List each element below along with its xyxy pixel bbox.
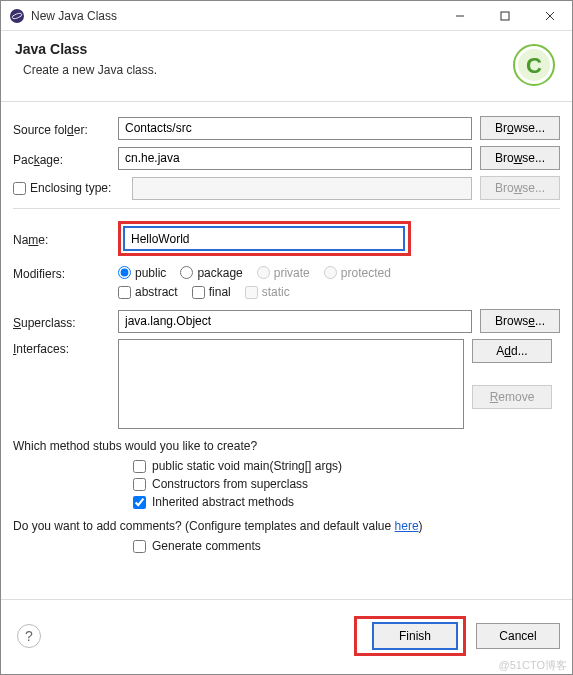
dialog-footer: ? Finish Cancel <box>1 599 572 674</box>
configure-here-link[interactable]: here <box>395 519 419 533</box>
name-label: Name: <box>13 230 118 247</box>
close-button[interactable] <box>527 1 572 30</box>
stub-main-checkbox[interactable]: public static void main(String[] args) <box>133 459 560 473</box>
name-input[interactable] <box>124 227 404 250</box>
interfaces-list[interactable] <box>118 339 464 429</box>
modifier-package-radio[interactable]: package <box>180 266 242 280</box>
interfaces-label: Interfaces: <box>13 339 118 356</box>
stub-inherited-checkbox[interactable]: Inherited abstract methods <box>133 495 560 509</box>
generate-comments-checkbox[interactable]: Generate comments <box>133 539 560 553</box>
interfaces-remove-button: Remove <box>472 385 552 409</box>
watermark: @51CTO博客 <box>499 658 567 673</box>
dialog-header: Java Class Create a new Java class. C <box>1 31 572 101</box>
superclass-input[interactable] <box>118 310 472 333</box>
svg-rect-3 <box>501 12 509 20</box>
modifier-final-checkbox[interactable]: final <box>192 285 231 299</box>
window-title: New Java Class <box>31 9 437 23</box>
package-label: Package: <box>13 150 118 167</box>
superclass-browse-button[interactable]: Browse... <box>480 309 560 333</box>
modifiers-label: Modifiers: <box>13 264 118 281</box>
enclosing-type-input <box>132 177 472 200</box>
help-button[interactable]: ? <box>17 624 41 648</box>
maximize-button[interactable] <box>482 1 527 30</box>
enclosing-type-checkbox[interactable]: Enclosing type: <box>13 181 118 195</box>
titlebar: New Java Class <box>1 1 572 31</box>
form-area: Source folder: Browse... Package: Browse… <box>1 102 572 599</box>
dialog-title: Java Class <box>15 41 157 57</box>
package-input[interactable] <box>118 147 472 170</box>
eclipse-icon <box>9 8 25 24</box>
source-folder-browse-button[interactable]: Browse... <box>480 116 560 140</box>
source-folder-input[interactable] <box>118 117 472 140</box>
superclass-label: Superclass: <box>13 313 118 330</box>
divider <box>13 208 560 209</box>
svg-text:C: C <box>526 53 542 78</box>
modifier-private-radio: private <box>257 266 310 280</box>
source-folder-label: Source folder: <box>13 120 118 137</box>
svg-point-0 <box>10 9 24 23</box>
class-icon: C <box>510 41 558 89</box>
modifier-public-radio[interactable]: public <box>118 266 166 280</box>
package-browse-button[interactable]: Browse... <box>480 146 560 170</box>
dialog-subtitle: Create a new Java class. <box>15 63 157 77</box>
modifier-protected-radio: protected <box>324 266 391 280</box>
enclosing-type-browse-button: Browse... <box>480 176 560 200</box>
interfaces-add-button[interactable]: Add... <box>472 339 552 363</box>
cancel-button[interactable]: Cancel <box>476 623 560 649</box>
finish-button[interactable]: Finish <box>373 623 457 649</box>
dialog-new-java-class: New Java Class Java Class Create a new J… <box>0 0 573 675</box>
stub-constructors-checkbox[interactable]: Constructors from superclass <box>133 477 560 491</box>
minimize-button[interactable] <box>437 1 482 30</box>
stubs-question: Which method stubs would you like to cre… <box>13 439 560 453</box>
comments-question: Do you want to add comments? (Configure … <box>13 519 560 533</box>
modifier-static-checkbox: static <box>245 285 290 299</box>
modifier-abstract-checkbox[interactable]: abstract <box>118 285 178 299</box>
